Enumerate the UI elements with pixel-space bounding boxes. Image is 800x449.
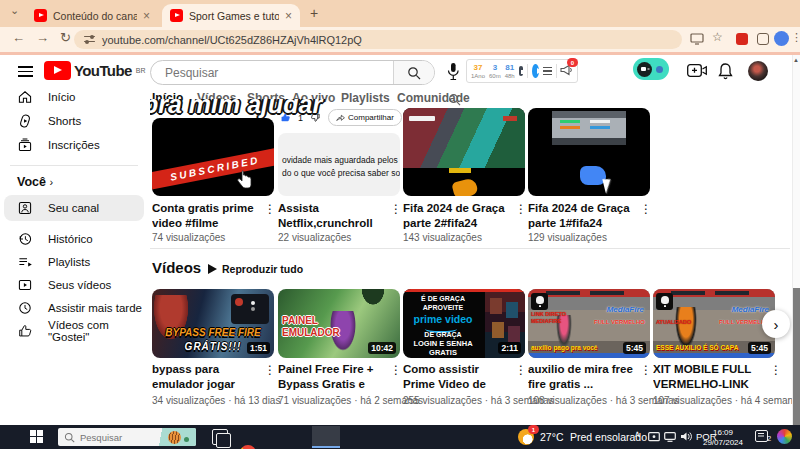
video-title[interactable]: Fifa 2024 de Graça parte 2#fifa24 #easpo… [403,201,509,231]
reload-icon[interactable]: ↻ [60,30,71,45]
browser-tab-1[interactable]: Conteúdo do canal - YouTube S × [26,4,158,27]
video-menu-kebab-icon[interactable]: ⋮ [390,203,402,215]
extension-play-icon[interactable] [532,64,539,78]
weather-temp[interactable]: 27°C [540,431,563,443]
youtube-wordmark: YouTube [74,62,132,79]
video-menu-kebab-icon[interactable]: ⋮ [640,364,652,376]
tab-playlists[interactable]: Playlists [341,91,390,105]
video-thumbnail[interactable]: MediaFire ATUALIZADO FULL VERMELHO ESSE … [653,289,775,358]
send-to-device-icon[interactable] [690,32,704,46]
forward-icon[interactable]: → [36,30,49,45]
video-title[interactable]: Fifa 2024 de Graça parte 1#fifa24 #easpo… [528,201,634,231]
thumbnail-text: DE GRAÇA [406,331,480,338]
guide-hamburger-icon[interactable] [18,63,33,80]
taskbar-clock[interactable]: 16:09 29/07/2024 [700,428,746,447]
new-tab-button[interactable]: + [310,5,318,21]
video-title[interactable]: auxilio de mira free fire gratis ... [528,362,634,391]
site-settings-icon[interactable] [84,35,95,44]
video-menu-kebab-icon[interactable]: ⋮ [264,364,276,376]
play-all-button[interactable]: Reproduzir tudo [208,263,303,275]
video-thumbnail[interactable]: É DE GRAÇA APROVEITE prime video DE GRAÇ… [403,289,525,358]
video-title[interactable]: Assista Netflix,crunchroll de graça [278,201,384,231]
extension-icon[interactable] [757,33,769,45]
announcement-megaphone-icon[interactable]: 0 [560,62,573,80]
video-title[interactable]: XIT MOBILE FULL VERMELHO-LINK DIRETO... [653,362,769,392]
browser-tab-2-active[interactable]: Sport Games e tutoriais - YouTu × [162,4,300,27]
task-view-icon[interactable] [212,429,228,445]
tray-network-icon[interactable] [664,432,676,442]
weather-icon[interactable]: 1 [518,429,534,445]
sidebar-item-seus-videos[interactable]: Seus vídeos [4,273,144,297]
tray-volume-icon[interactable] [680,431,692,442]
video-thumbnail[interactable]: SUBSCRIBED [152,118,274,196]
sidebar-item-videos-gostei[interactable]: Vídeos com "Gostei" [4,319,144,343]
sidebar-item-inscricoes[interactable]: Inscrições [4,133,144,157]
tab-close-icon[interactable]: × [285,10,292,22]
tab-close-icon[interactable]: × [143,10,150,22]
tray-cast-icon[interactable] [648,432,660,442]
like-icon[interactable] [280,112,291,123]
video-menu-kebab-icon[interactable]: ⋮ [264,203,276,215]
recorder-extension-pill[interactable] [633,58,669,80]
video-thumbnail[interactable] [403,108,525,196]
sidebar-item-historico[interactable]: Histórico [4,227,144,251]
bar-chart-icon[interactable] [519,66,524,76]
carousel-next-button[interactable]: › [762,310,790,338]
search-button[interactable] [393,61,434,84]
video-title[interactable]: bypass para emulador jogar com mobile... [152,362,258,392]
tab-ao-vivo[interactable]: Ao vivo [292,91,335,105]
video-menu-kebab-icon[interactable]: ⋮ [770,364,782,376]
create-video-icon[interactable] [687,63,707,78]
scoreboard-art [503,116,517,121]
address-bar[interactable]: youtube.com/channel/UCt625dZ86HZAjVh4lRQ… [74,30,682,49]
tab-videos[interactable]: Vídeos [197,91,236,105]
back-icon[interactable]: ← [12,30,25,45]
taskbar-search-input[interactable] [75,431,154,444]
sidebar-item-assistir-mais-tarde[interactable]: Assistir mais tarde [4,296,144,320]
video-menu-kebab-icon[interactable]: ⋮ [515,203,527,215]
video-title[interactable]: Painel Free Fire + Bypass Gratis e Atual… [278,362,384,392]
video-thumbnail[interactable] [528,108,650,196]
sidebar-you-header[interactable]: Você › [17,175,53,189]
bookmark-star-icon[interactable]: ☆ [712,30,723,44]
channel-search-icon[interactable] [448,93,461,106]
sidebar-item-shorts[interactable]: Shorts [4,109,144,133]
video-menu-kebab-icon[interactable]: ⋮ [640,203,652,215]
start-button-icon[interactable] [30,430,43,443]
browser-menu-icon[interactable]: ⋮ [791,31,800,44]
tab-search-chevron-icon[interactable]: ⌄ [10,4,19,17]
browser-profile-avatar[interactable] [774,31,789,46]
thumbnail-text: LINK DIRETO MEDIAFIRE [531,311,571,325]
watchtime-extension-widget[interactable]: 371Ano 360m 8148h 0 [466,59,578,83]
sidebar-item-inicio[interactable]: Início [4,85,144,109]
voice-search-mic-icon[interactable] [445,62,461,82]
dislike-icon[interactable] [310,112,321,123]
tab-inicio[interactable]: Início [152,91,183,105]
account-avatar[interactable] [748,61,768,81]
goku-character-art [675,307,697,349]
video-thumbnail[interactable]: PAINEL EMULADOR 10:42 [278,289,400,358]
video-title[interactable]: Conta gratis prime video #filme #netflix… [152,201,258,231]
notifications-bell-icon[interactable] [717,62,734,80]
featured-description-box[interactable]: ovidade mais aguardada pelos fãs de FIFA… [278,133,400,196]
extension-menu-icon[interactable] [543,65,552,77]
video-title[interactable]: Como assistir Prime Video de graça: Cont… [403,362,509,392]
video-thumbnail[interactable]: MediaFire LINK DIRETO MEDIAFIRE FULL VER… [528,289,650,358]
tray-expand-chevron-icon[interactable]: ∧ [634,429,641,439]
sidebar-item-seu-canal[interactable]: Seu canal [4,195,144,221]
share-button[interactable]: Compartilhar [328,109,402,126]
video-thumbnail[interactable]: BYPASS FREE FIRE GRÁTIS!!! 1:51 [152,289,274,358]
search-highlight-tiger-image[interactable] [154,428,196,446]
extension-red-icon[interactable] [736,33,748,45]
taskbar-search[interactable] [58,428,196,446]
youtube-logo[interactable]: YouTube BR [44,61,145,80]
scrollbar-up-arrow[interactable]: ▲ [793,57,799,63]
page-scrollbar-thumb[interactable] [793,288,800,425]
search-input[interactable] [151,61,393,84]
video-menu-kebab-icon[interactable]: ⋮ [515,364,527,376]
sidebar-item-playlists[interactable]: Playlists [4,250,144,274]
video-menu-kebab-icon[interactable]: ⋮ [390,364,402,376]
youtube-favicon-icon [34,9,47,22]
colorful-app-icon[interactable] [777,429,792,444]
tab-shorts[interactable]: Shorts [247,91,285,105]
